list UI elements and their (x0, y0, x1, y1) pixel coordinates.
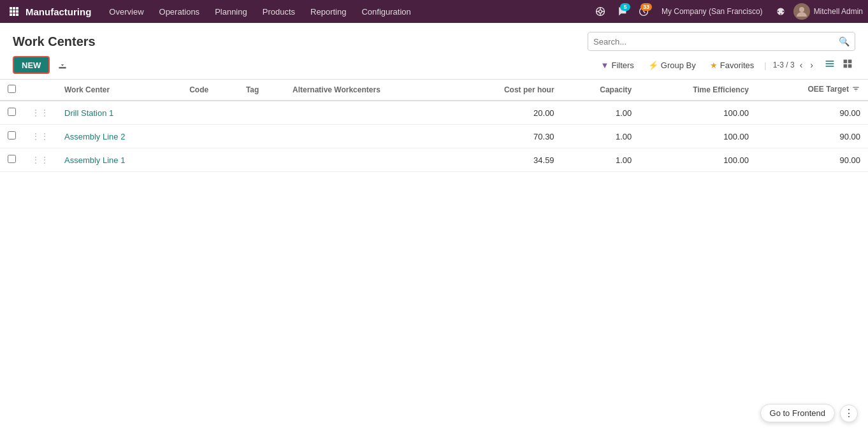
svg-rect-2 (16, 7, 18, 10)
favorites-button[interactable]: ★ Favorites (706, 59, 758, 71)
action-bar: NEW ▼ Filters ⚡ Group By ★ Favorites | (0, 51, 868, 79)
alt-workcenters-header: Alternative Workcenters (285, 80, 454, 101)
nav-operations[interactable]: Operations (152, 0, 208, 23)
support-icon[interactable] (591, 3, 609, 20)
handle-header (24, 80, 57, 101)
search-icon[interactable]: 🔍 (839, 36, 850, 47)
more-options-button[interactable]: ⋮ (840, 405, 858, 422)
svg-rect-1 (13, 7, 15, 10)
chat-icon[interactable]: 5 (613, 3, 631, 20)
row-checkbox-2[interactable] (8, 155, 16, 163)
capacity-2[interactable]: 1.00 (562, 148, 640, 172)
filters-label: Filters (611, 61, 633, 70)
filter-icon: ▼ (601, 61, 609, 70)
select-all-header (0, 80, 24, 101)
cost-per-hour-header: Cost per hour (454, 80, 562, 101)
filters-button[interactable]: ▼ Filters (597, 59, 638, 71)
groupby-button[interactable]: ⚡ Group By (644, 59, 700, 71)
app-brand[interactable]: Manufacturing (25, 6, 91, 17)
nav-reporting[interactable]: Reporting (303, 0, 354, 23)
drag-handle-1[interactable]: ⋮⋮ (31, 131, 49, 141)
time-efficiency-2: 100.00 (639, 148, 756, 172)
alt-workcenters-2 (285, 148, 454, 172)
company-name[interactable]: My Company (San Francisco) (656, 7, 768, 16)
table-row: ⋮⋮ Drill Station 1 20.00 1.00 100.00 90.… (0, 101, 868, 125)
grid-view-button[interactable] (840, 57, 855, 73)
tag-2 (238, 148, 285, 172)
table-row: ⋮⋮ Assembly Line 2 70.30 1.00 100.00 90.… (0, 125, 868, 148)
alt-workcenters-1 (285, 125, 454, 148)
capacity-0[interactable]: 1.00 (562, 101, 640, 125)
search-input[interactable] (593, 37, 839, 47)
work-center-name-0[interactable]: Drill Station 1 (57, 101, 182, 125)
clock-icon[interactable]: 33 (635, 3, 653, 20)
svg-point-10 (599, 10, 602, 13)
list-view-button[interactable] (822, 57, 837, 73)
favorites-label: Favorites (720, 61, 754, 70)
svg-rect-3 (10, 10, 12, 13)
nav-configuration[interactable]: Configuration (354, 0, 418, 23)
svg-rect-22 (844, 64, 848, 68)
nav-planning[interactable]: Planning (207, 0, 255, 23)
view-buttons (822, 57, 855, 73)
top-navigation: Manufacturing Overview Operations Planni… (0, 0, 868, 23)
work-center-name-1[interactable]: Assembly Line 2 (57, 125, 182, 148)
oee-target-2: 90.00 (756, 148, 868, 172)
page-content: Work Centers 🔍 NEW ▼ Filters ⚡ Group By (0, 23, 868, 430)
time-efficiency-header: Time Efficiency (639, 80, 756, 101)
capacity-1[interactable]: 1.00 (562, 125, 640, 148)
work-center-name-2[interactable]: Assembly Line 1 (57, 148, 182, 172)
row-checkbox-0[interactable] (8, 108, 16, 116)
cost-per-hour-0: 20.00 (454, 101, 562, 125)
svg-rect-23 (848, 64, 852, 68)
alt-workcenters-0 (285, 101, 454, 125)
download-button[interactable] (54, 59, 71, 71)
pagination: 1-3 / 3 ‹ › (773, 59, 816, 71)
drag-handle-0[interactable]: ⋮⋮ (31, 108, 49, 118)
svg-rect-0 (10, 7, 12, 10)
settings-icon[interactable] (772, 3, 790, 20)
svg-rect-18 (826, 63, 834, 64)
oee-target-1: 90.00 (756, 125, 868, 148)
page-title: Work Centers (13, 34, 96, 49)
time-efficiency-1: 100.00 (639, 125, 756, 148)
clock-badge: 33 (640, 3, 652, 11)
svg-rect-6 (10, 13, 12, 16)
table-header-row: Work Center Code Tag Alternative Workcen… (0, 80, 868, 101)
oee-target-0: 90.00 (756, 101, 868, 125)
tag-1 (238, 125, 285, 148)
svg-rect-21 (848, 60, 852, 64)
pagination-text: 1-3 / 3 (773, 61, 795, 69)
chat-badge: 5 (620, 3, 630, 11)
svg-point-16 (799, 7, 804, 12)
work-center-header: Work Center (57, 80, 182, 101)
next-page-button[interactable]: › (807, 59, 816, 71)
code-0 (182, 101, 238, 125)
go-to-frontend-button[interactable]: Go to Frontend (760, 404, 835, 422)
cost-per-hour-1: 70.30 (454, 125, 562, 148)
select-all-checkbox[interactable] (8, 85, 16, 93)
svg-rect-17 (826, 61, 834, 62)
bottom-bar: Go to Frontend ⋮ (760, 404, 858, 422)
tag-0 (238, 101, 285, 125)
separator: | (764, 61, 766, 70)
avatar[interactable] (793, 3, 810, 20)
nav-overview[interactable]: Overview (101, 0, 151, 23)
drag-handle-2[interactable]: ⋮⋮ (31, 155, 49, 165)
tag-header: Tag (238, 80, 285, 101)
favorites-icon: ★ (710, 61, 718, 70)
prev-page-button[interactable]: ‹ (797, 59, 806, 71)
search-bar[interactable]: 🔍 (588, 32, 855, 51)
username[interactable]: Mitchell Admin (814, 7, 863, 16)
apps-menu-icon[interactable] (5, 3, 23, 20)
table-row: ⋮⋮ Assembly Line 1 34.59 1.00 100.00 90.… (0, 148, 868, 172)
capacity-header: Capacity (562, 80, 640, 101)
code-header: Code (182, 80, 238, 101)
time-efficiency-0: 100.00 (639, 101, 756, 125)
page-header: Work Centers 🔍 (0, 23, 868, 51)
nav-products[interactable]: Products (255, 0, 303, 23)
work-centers-table: Work Center Code Tag Alternative Workcen… (0, 79, 868, 172)
row-checkbox-1[interactable] (8, 131, 16, 140)
svg-rect-19 (826, 66, 834, 67)
new-button[interactable]: NEW (13, 56, 50, 74)
